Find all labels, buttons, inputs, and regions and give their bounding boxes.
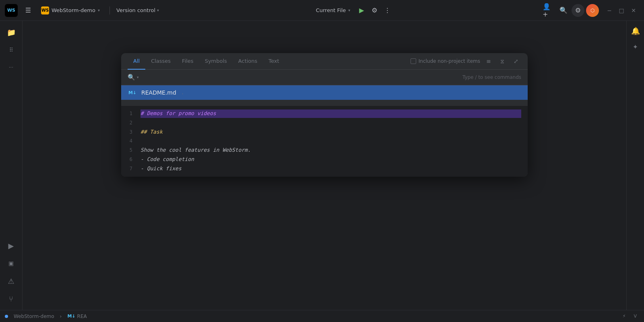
hamburger-menu-button[interactable]: ☰	[22, 4, 35, 17]
project-icon: WS	[41, 6, 49, 14]
statusbar-project[interactable]: WebStorm-demo	[11, 313, 57, 320]
statusbar-encoding[interactable]: ⚡	[620, 313, 628, 320]
version-control-label: Version control	[116, 7, 155, 13]
notifications-button[interactable]: 🔔	[629, 24, 642, 37]
tab-symbols[interactable]: Symbols	[199, 53, 233, 70]
filter-icon: ⧖	[500, 58, 504, 65]
settings-icon: ⚙	[575, 6, 581, 14]
sidebar-item-run[interactable]: ▶	[3, 237, 19, 254]
sidebar-item-more[interactable]: ···	[3, 60, 19, 76]
tab-options: Include non-project items ≡ ⧖ ⤢	[411, 56, 521, 66]
maximize-button[interactable]: □	[616, 5, 627, 16]
minimize-button[interactable]: −	[604, 5, 615, 16]
line-number-2: 2	[121, 119, 140, 127]
line-number-6: 6	[121, 156, 140, 163]
folder-icon: 📁	[7, 28, 16, 37]
line-content-7: - Quick fixes	[140, 165, 521, 173]
statusbar: WebStorm-demo › M↓ REA ⚡ V	[0, 310, 644, 322]
project-selector[interactable]: WS WebStorm-demo ▾	[38, 5, 103, 16]
current-file-chevron-icon: ▾	[348, 8, 350, 12]
debug-button[interactable]: ⚙	[368, 4, 381, 17]
tab-text[interactable]: Text	[263, 53, 285, 70]
search-tabs-bar: All Classes Files Symbols Actions Text	[121, 53, 528, 70]
statusbar-filename: REA	[77, 314, 87, 319]
menu-icon: ☰	[25, 6, 31, 14]
sidebar-item-git[interactable]: ⑂	[3, 291, 19, 307]
statusbar-breadcrumb-separator: ›	[60, 314, 62, 319]
app-logo: WS	[5, 4, 18, 17]
line-content-4	[140, 137, 521, 145]
sidebar-item-problems[interactable]: ⚠	[3, 273, 19, 289]
line-number-5: 5	[121, 147, 140, 154]
vc-chevron-icon: ▾	[157, 8, 159, 12]
line-content-3: ## Task	[140, 128, 521, 136]
expand-icon: ⤢	[514, 58, 518, 64]
search-results-list: M↓ README.md .	[121, 85, 528, 105]
line-content-1: # Demos for promo videos	[140, 109, 521, 118]
search-icon: 🔍	[559, 6, 568, 14]
search-hint: Type / to see commands	[462, 74, 521, 80]
filter-button[interactable]: ⧖	[497, 56, 508, 66]
more-actions-button[interactable]: ⋮	[381, 4, 394, 17]
add-profile-button[interactable]: 👤+	[543, 4, 555, 17]
code-line-5: 5 Show the cool features in WebStorm.	[121, 146, 528, 155]
settings-button[interactable]: ⚙	[572, 4, 584, 17]
left-sidebar: 📁 ⠿ ··· ▶ ▣ ⚠ ⑂	[0, 21, 23, 310]
result-item-readme[interactable]: M↓ README.md .	[121, 85, 528, 100]
sidebar-item-plugins[interactable]: ⠿	[3, 42, 19, 58]
current-file-label: Current File	[316, 7, 346, 13]
titlebar: WS ☰ WS WebStorm-demo ▾ Version control …	[0, 0, 644, 21]
search-everywhere-button[interactable]: 🔍	[557, 4, 570, 17]
tab-actions[interactable]: Actions	[233, 53, 263, 70]
code-line-2: 2	[121, 118, 528, 128]
status-indicator	[5, 315, 8, 318]
list-icon: ≡	[486, 58, 491, 64]
encoding-label: ⚡	[623, 314, 626, 319]
problems-icon: ⚠	[8, 277, 14, 285]
more-tools-icon: ···	[9, 65, 13, 70]
view-toggle-button[interactable]: ≡	[483, 56, 494, 66]
current-file-selector[interactable]: Current File ▾	[311, 5, 355, 15]
run-icon: ▶	[359, 6, 364, 14]
search-everywhere-modal: All Classes Files Symbols Actions Text	[121, 53, 528, 177]
statusbar-file-icon-item[interactable]: M↓ REA	[65, 313, 89, 320]
statusbar-vcs[interactable]: V	[631, 313, 639, 320]
markdown-status-icon: M↓	[67, 314, 75, 319]
ai-assistant-button[interactable]: ✦	[629, 40, 642, 53]
search-input[interactable]	[142, 74, 459, 80]
project-chevron-icon: ▾	[98, 8, 100, 12]
tab-classes[interactable]: Classes	[145, 53, 176, 70]
more-icon: ⋮	[384, 6, 390, 14]
tab-all[interactable]: All	[128, 53, 145, 70]
sidebar-item-folder[interactable]: 📁	[3, 24, 19, 40]
result-filename: README.md	[141, 89, 176, 96]
run-button[interactable]: ▶	[355, 4, 368, 17]
line-content-2	[140, 119, 521, 127]
search-input-icon: 🔍	[128, 74, 135, 81]
code-preview-panel: 1 # Demos for promo videos 2 3 ## Task 4	[121, 105, 528, 177]
sidebar-item-terminal[interactable]: ▣	[3, 255, 19, 271]
line-number-3: 3	[121, 128, 140, 136]
plugins-icon: ⠿	[9, 47, 13, 53]
line-number-7: 7	[121, 165, 140, 173]
include-non-project-checkbox[interactable]: Include non-project items	[411, 58, 480, 64]
code-line-6: 6 - Code completion	[121, 155, 528, 164]
code-line-4: 4	[121, 136, 528, 146]
checkbox-box	[411, 58, 416, 64]
search-input-row: 🔍 ▾ Type / to see commands	[121, 70, 528, 85]
code-line-3: 3 ## Task	[121, 128, 528, 137]
close-button[interactable]: ✕	[628, 5, 639, 16]
titlebar-right-actions: 👤+ 🔍 ⚙ ⬡ − □ ✕	[543, 4, 639, 17]
version-control-selector[interactable]: Version control ▾	[113, 6, 162, 15]
result-path: .	[182, 90, 184, 95]
expand-button[interactable]: ⤢	[511, 56, 521, 66]
main-content-area: All Classes Files Symbols Actions Text	[23, 21, 626, 310]
code-editor: 1 # Demos for promo videos 2 3 ## Task 4	[121, 106, 528, 177]
tab-files[interactable]: Files	[176, 53, 199, 70]
run-sidebar-icon: ▶	[8, 242, 14, 250]
code-line-7: 7 - Quick fixes	[121, 164, 528, 173]
profile-avatar[interactable]: ⬡	[586, 4, 599, 17]
bell-icon: 🔔	[631, 27, 640, 35]
git-icon: ⑂	[9, 295, 13, 303]
include-label: Include non-project items	[419, 58, 480, 64]
